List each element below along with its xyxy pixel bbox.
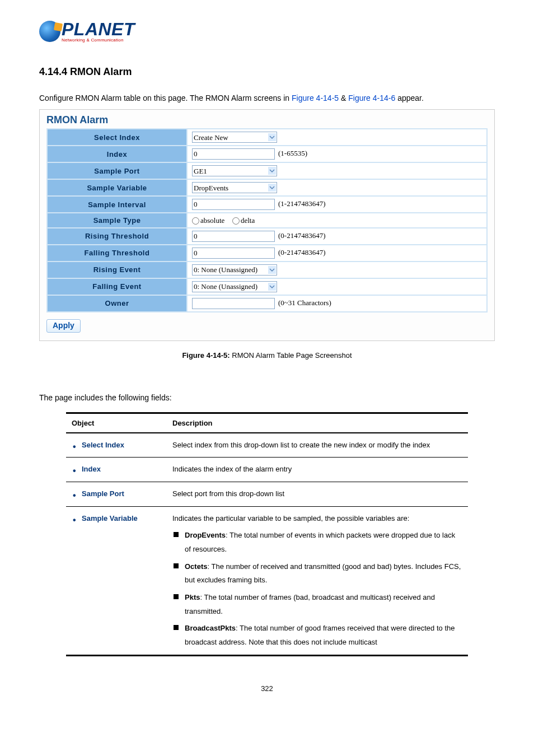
obj-name: Sample Variable [72, 514, 138, 522]
intro-mid: & [339, 94, 348, 102]
label-falling-threshold: Falling Threshold [47, 245, 187, 262]
input-sample-interval[interactable] [192, 199, 275, 210]
radio-absolute[interactable] [192, 217, 199, 225]
table-row: Sample Port Select port from this drop-d… [66, 482, 468, 506]
label-sample-type: Sample Type [47, 213, 187, 228]
input-rising-threshold[interactable] [192, 231, 275, 242]
hint-rising-threshold: (0-2147483647) [278, 231, 326, 240]
label-sample-interval: Sample Interval [47, 196, 187, 213]
hint-falling-threshold: (0-2147483647) [278, 248, 326, 256]
hint-sample-interval: (1-2147483647) [278, 199, 326, 208]
figure-caption: Figure 4-14-5: RMON Alarm Table Page Scr… [39, 351, 495, 360]
list-item: Pkts: The total number of frames (bad, b… [172, 591, 462, 618]
list-item: BroadcastPkts: The total number of good … [172, 622, 462, 649]
obj-name: Index [72, 465, 101, 473]
table-row: Select Index Select index from this drop… [66, 433, 468, 458]
logo: PLANET Networking & Communication [39, 20, 495, 44]
input-sample-variable[interactable]: DropEvents [192, 182, 277, 193]
figure-caption-bold: Figure 4-14-5: [182, 351, 229, 360]
input-falling-event[interactable]: 0: None (Unassigned) [192, 281, 277, 292]
figure-link-1[interactable]: Figure 4-14-5 [292, 94, 339, 102]
table-row: Sample Variable Indicates the particular… [66, 506, 468, 655]
label-falling-event: Falling Event [47, 278, 187, 295]
hint-index: (1-65535) [278, 149, 307, 157]
intro-pre: Configure RMON Alarm table on this page.… [39, 94, 292, 102]
list-item: DropEvents: The total number of events i… [172, 529, 462, 556]
input-select-index[interactable]: Create New [192, 132, 277, 143]
label-select-index: Select Index [47, 129, 187, 146]
obj-name: Sample Port [72, 489, 124, 498]
th-object: Object [66, 413, 167, 433]
desc-lead: Indicates the particular variable to be … [172, 514, 409, 522]
intro-text: Configure RMON Alarm table on this page.… [39, 94, 495, 102]
logo-tagline: Networking & Communication [62, 38, 135, 43]
label-rising-threshold: Rising Threshold [47, 228, 187, 245]
obj-desc: Indicates the index of the alarm entry [167, 458, 468, 482]
input-owner[interactable] [192, 298, 275, 309]
label-sample-variable: Sample Variable [47, 179, 187, 196]
radio-absolute-label: absolute [200, 216, 224, 225]
list-item: Octets: The number of received and trans… [172, 560, 462, 587]
radio-delta[interactable] [232, 217, 240, 225]
label-sample-port: Sample Port [47, 162, 187, 179]
obj-name: Select Index [72, 441, 124, 449]
section-heading: 4.14.4 RMON Alarm [39, 66, 495, 78]
description-table: Object Description Select Index Select i… [66, 412, 468, 656]
label-owner: Owner [47, 295, 187, 312]
hint-owner: (0~31 Charactors) [278, 298, 331, 307]
radio-delta-label: delta [241, 216, 255, 225]
planet-globe-icon [39, 21, 60, 42]
table-row: Index Indicates the index of the alarm e… [66, 458, 468, 482]
fields-intro: The page includes the following fields: [39, 393, 495, 402]
obj-desc: Select port from this drop-down list [167, 482, 468, 506]
input-falling-threshold[interactable] [192, 248, 275, 259]
obj-desc: Indicates the particular variable to be … [167, 506, 468, 655]
rmon-alarm-form: Select Index Create New Index (1-65535) … [46, 128, 488, 312]
apply-button[interactable]: Apply [46, 319, 81, 333]
input-sample-port[interactable]: GE1 [192, 165, 277, 176]
figure-caption-rest: RMON Alarm Table Page Screenshot [230, 351, 352, 360]
obj-desc: Select index from this drop-down list to… [167, 433, 468, 458]
logo-brand: PLANET [62, 20, 135, 38]
input-rising-event[interactable]: 0: None (Unassigned) [192, 264, 277, 276]
panel-title: RMON Alarm [46, 112, 488, 128]
rmon-alarm-panel: RMON Alarm Select Index Create New Index… [39, 109, 495, 341]
page-number: 322 [39, 684, 495, 693]
th-description: Description [167, 413, 468, 433]
label-rising-event: Rising Event [47, 262, 187, 278]
intro-post: appear. [395, 94, 424, 102]
label-index: Index [47, 146, 187, 162]
input-index[interactable] [192, 148, 275, 160]
figure-link-2[interactable]: Figure 4-14-6 [348, 94, 395, 102]
